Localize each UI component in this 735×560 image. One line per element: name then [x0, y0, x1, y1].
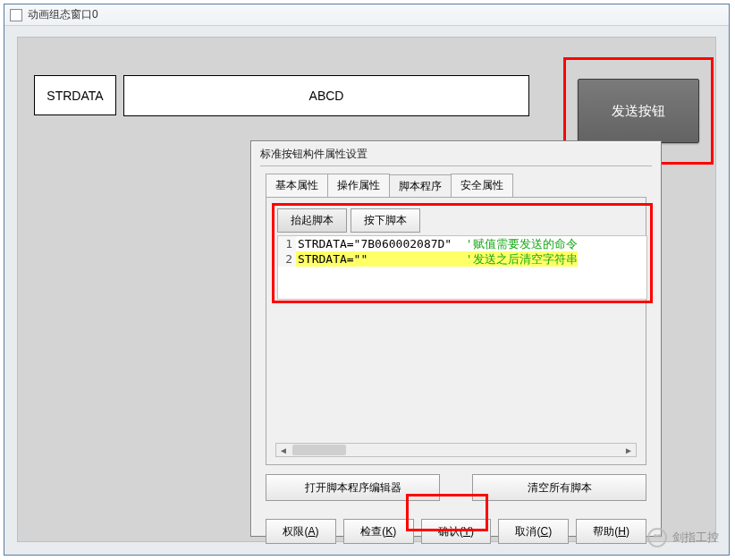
ok-button[interactable]: 确认(Y) — [421, 519, 492, 544]
scroll-track[interactable] — [291, 444, 621, 456]
tab-basic[interactable]: 基本属性 — [266, 174, 328, 197]
script-area-highlight: 抬起脚本 按下脚本 1 STRDATA="7B060002087D" '赋值需要… — [272, 203, 653, 303]
tabs-row: 基本属性 操作属性 脚本程序 安全属性 — [266, 174, 646, 197]
tab-security[interactable]: 安全属性 — [451, 174, 513, 197]
scroll-thumb[interactable] — [292, 445, 346, 455]
code-line-2: 2 STRDATA="" '发送之后清空字符串 — [278, 251, 646, 267]
subtabs: 抬起脚本 按下脚本 — [277, 208, 647, 233]
horizontal-scrollbar[interactable]: ◄ ► — [275, 443, 637, 457]
tab-operation[interactable]: 操作属性 — [327, 174, 390, 197]
editor-buttons-row: 打开脚本程序编辑器 清空所有脚本 — [266, 474, 646, 501]
dialog-title: 标准按钮构件属性设置 — [251, 141, 661, 164]
dialog-button-row: 权限(A) 检查(K) 确认(Y) 取消(C) 帮助(H) — [266, 519, 646, 544]
scroll-left-icon[interactable]: ◄ — [276, 444, 291, 456]
line-number: 1 — [278, 236, 296, 251]
tab-body: 抬起脚本 按下脚本 1 STRDATA="7B060002087D" '赋值需要… — [266, 197, 646, 465]
subtab-release-script[interactable]: 抬起脚本 — [277, 208, 347, 233]
app-icon — [10, 9, 22, 21]
properties-dialog: 标准按钮构件属性设置 基本属性 操作属性 脚本程序 安全属性 抬起脚本 按下脚本… — [250, 140, 662, 537]
code-comment: '赋值需要发送的命令 — [466, 237, 578, 250]
code-comment: '发送之后清空字符串 — [466, 252, 578, 266]
permission-button[interactable]: 权限(A) — [266, 519, 336, 544]
line-number: 2 — [278, 251, 296, 267]
subtab-press-script[interactable]: 按下脚本 — [351, 208, 420, 233]
titlebar: 动画组态窗口0 — [4, 4, 729, 26]
send-button[interactable]: 发送按钮 — [578, 79, 699, 143]
code-line-1: 1 STRDATA="7B060002087D" '赋值需要发送的命令 — [278, 236, 646, 251]
clear-all-scripts-button[interactable]: 清空所有脚本 — [472, 474, 646, 501]
abcd-display: ABCD — [123, 75, 529, 116]
watermark-icon — [647, 528, 667, 547]
check-button[interactable]: 检查(K) — [343, 519, 414, 544]
window-title: 动画组态窗口0 — [28, 7, 98, 22]
top-row: STRDATA ABCD — [34, 75, 529, 116]
scroll-right-icon[interactable]: ► — [621, 444, 636, 456]
strdata-display: STRDATA — [34, 75, 116, 115]
tab-script[interactable]: 脚本程序 — [389, 174, 452, 198]
code-text-highlighted: STRDATA="" '发送之后清空字符串 — [296, 251, 578, 267]
dialog-title-separator — [260, 165, 652, 166]
script-editor[interactable]: 1 STRDATA="7B060002087D" '赋值需要发送的命令 2 ST… — [277, 235, 647, 300]
cancel-button[interactable]: 取消(C) — [498, 519, 569, 544]
open-script-editor-button[interactable]: 打开脚本程序编辑器 — [266, 474, 440, 501]
help-button[interactable]: 帮助(H) — [576, 519, 646, 544]
watermark-text: 剑指工控 — [672, 530, 719, 546]
code-text: STRDATA="7B060002087D" '赋值需要发送的命令 — [296, 236, 578, 251]
watermark: 剑指工控 — [647, 528, 719, 547]
